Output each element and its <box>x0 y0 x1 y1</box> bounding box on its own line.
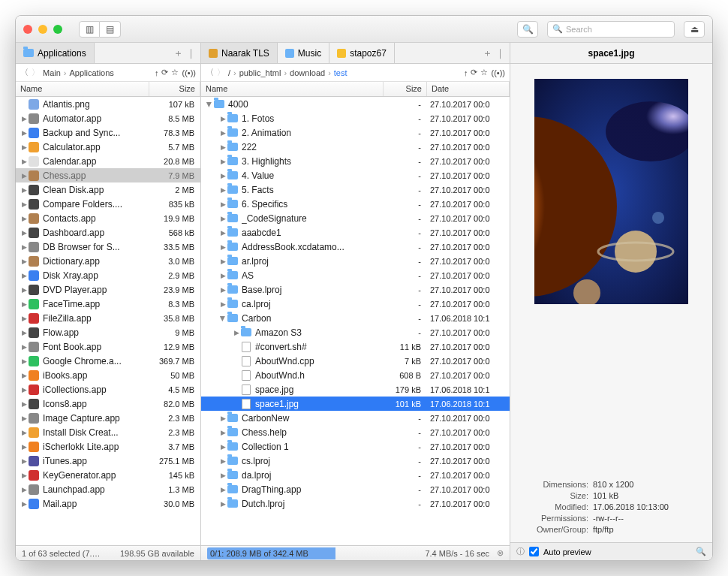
list-item[interactable]: ▶4000-27.10.2017 00:0 <box>201 97 510 111</box>
breadcrumb-public[interactable]: public_html <box>239 68 281 77</box>
list-item[interactable]: ▶Chess.help-27.10.2017 00:0 <box>201 425 510 439</box>
left-file-list[interactable]: Atlantis.png107 kB▶Automator.app8.5 MB▶B… <box>16 97 200 545</box>
list-item[interactable]: AboutWnd.h608 B27.10.2017 00:0 <box>201 368 510 382</box>
list-item[interactable]: ▶222-27.10.2017 00:0 <box>201 140 510 154</box>
expand-arrow[interactable]: ▶ <box>20 201 28 208</box>
list-item[interactable]: AboutWnd.cpp7 kB27.10.2017 00:0 <box>201 354 510 368</box>
breadcrumb-applications[interactable]: Applications <box>70 68 114 77</box>
star-icon[interactable]: ☆ <box>171 68 179 77</box>
nav-forward-button[interactable]: 〉 <box>32 67 40 78</box>
list-item[interactable]: ▶iCollections.app4.5 MB <box>16 382 200 397</box>
expand-arrow[interactable]: ▶ <box>219 186 227 194</box>
refresh-icon[interactable]: ⟳ <box>161 68 168 77</box>
list-item[interactable]: ▶4. Value-27.10.2017 00:0 <box>201 168 510 182</box>
list-item[interactable]: ▶AddressBook.xcdatamo...-27.10.2017 00:0 <box>201 240 510 254</box>
list-item[interactable]: ▶Install Disk Creat...2.3 MB <box>16 425 200 439</box>
expand-arrow[interactable]: ▶ <box>219 272 227 279</box>
list-item[interactable]: ▶Collection 1-27.10.2017 00:0 <box>201 439 510 454</box>
breadcrumb-main[interactable]: Main <box>43 68 61 77</box>
star-icon[interactable]: ☆ <box>480 68 488 77</box>
expand-arrow[interactable]: ▶ <box>20 500 28 508</box>
expand-arrow[interactable]: ▶ <box>219 243 227 251</box>
list-item[interactable]: ▶AS-27.10.2017 00:0 <box>201 268 510 282</box>
list-item[interactable]: ▶Backup and Sync...78.3 MB <box>16 125 200 140</box>
expand-arrow[interactable]: ▶ <box>20 158 28 165</box>
expand-arrow[interactable]: ▶ <box>20 229 28 237</box>
nav-back-button[interactable]: 〈 <box>206 67 214 78</box>
list-item[interactable]: ▶Carbon-17.06.2018 10:1 <box>201 311 510 325</box>
expand-arrow[interactable]: ▶ <box>219 115 227 122</box>
list-item[interactable]: ▶Mail.app30.0 MB <box>16 496 200 511</box>
list-item[interactable]: ▶Calendar.app20.8 MB <box>16 154 200 168</box>
list-item[interactable]: ▶FileZilla.app35.8 MB <box>16 311 200 325</box>
eject-button[interactable]: ⏏ <box>684 21 705 38</box>
list-item[interactable]: ▶iScherlokk Lite.app3.7 MB <box>16 439 200 454</box>
expand-arrow[interactable]: ▶ <box>20 143 28 151</box>
expand-arrow[interactable]: ▶ <box>20 329 28 336</box>
expand-arrow[interactable]: ▶ <box>219 300 227 308</box>
col-name[interactable]: Name <box>201 82 384 96</box>
tab-applications[interactable]: Applications <box>16 43 95 63</box>
expand-arrow[interactable]: ▶ <box>219 443 227 451</box>
search-icon[interactable]: 🔍 <box>696 547 706 556</box>
list-item[interactable]: ▶da.lproj-27.10.2017 00:0 <box>201 468 510 482</box>
info-icon[interactable]: ⓘ <box>516 546 525 557</box>
list-item[interactable]: ▶ar.lproj-27.10.2017 00:0 <box>201 254 510 268</box>
expand-arrow[interactable]: ▶ <box>219 486 227 493</box>
list-item[interactable]: ▶Launchpad.app1.3 MB <box>16 482 200 496</box>
list-item[interactable]: ▶5. Facts-27.10.2017 00:0 <box>201 182 510 197</box>
expand-arrow[interactable]: ▶ <box>20 258 28 265</box>
mid-file-list[interactable]: ▶4000-27.10.2017 00:0▶1. Fotos-27.10.201… <box>201 97 510 545</box>
list-item[interactable]: ▶Image Capture.app2.3 MB <box>16 411 200 425</box>
list-item[interactable]: ▶2. Animation-27.10.2017 00:0 <box>201 125 510 140</box>
list-item[interactable]: ▶Calculator.app5.7 MB <box>16 140 200 154</box>
expand-arrow[interactable]: ▶ <box>20 300 28 308</box>
list-item[interactable]: #convert.sh#11 kB27.10.2017 00:0 <box>201 339 510 354</box>
list-item[interactable]: ▶Contacts.app19.9 MB <box>16 211 200 225</box>
cancel-transfer-icon[interactable]: ⊗ <box>497 548 504 558</box>
list-item[interactable]: Atlantis.png107 kB <box>16 97 200 111</box>
list-item[interactable]: ▶iBooks.app50 MB <box>16 368 200 382</box>
expand-arrow[interactable]: ▶ <box>219 229 227 237</box>
expand-arrow[interactable]: ▶ <box>20 243 28 251</box>
auto-preview-checkbox[interactable] <box>529 547 539 556</box>
up-icon[interactable]: ↑ <box>464 68 468 77</box>
list-item[interactable]: ▶Dutch.lproj-27.10.2017 00:0 <box>201 496 510 511</box>
list-item[interactable]: ▶Icons8.app82.0 MB <box>16 397 200 411</box>
expand-arrow[interactable]: ▶ <box>219 415 227 422</box>
tab[interactable]: Naarak TLS <box>201 43 278 63</box>
expand-arrow[interactable]: ▶ <box>219 429 227 436</box>
list-item[interactable]: ▶1. Fotos-27.10.2017 00:0 <box>201 111 510 125</box>
expand-arrow[interactable]: ▶ <box>233 329 240 336</box>
list-item[interactable]: ▶Dashboard.app568 kB <box>16 225 200 240</box>
list-item[interactable]: ▶Base.lproj-27.10.2017 00:0 <box>201 282 510 297</box>
list-item[interactable]: ▶Clean Disk.app2 MB <box>16 182 200 197</box>
list-item[interactable]: ▶_CodeSignature-27.10.2017 00:0 <box>201 211 510 225</box>
view-mode-button[interactable]: ▤ <box>100 21 121 38</box>
expand-arrow[interactable]: ▶ <box>219 172 227 179</box>
expand-arrow[interactable]: ▶ <box>219 158 227 165</box>
expand-arrow[interactable]: ▶ <box>219 500 227 508</box>
col-size[interactable]: Size <box>149 82 200 96</box>
list-item[interactable]: ▶6. Specifics-27.10.2017 00:0 <box>201 197 510 211</box>
expand-arrow[interactable]: ▶ <box>20 386 28 394</box>
breadcrumb-test[interactable]: test <box>334 68 347 77</box>
list-item[interactable]: ▶Font Book.app12.9 MB <box>16 339 200 354</box>
expand-arrow[interactable]: ▶ <box>20 115 28 122</box>
minimize-button[interactable] <box>38 25 47 34</box>
expand-arrow[interactable]: ▶ <box>206 101 213 108</box>
up-icon[interactable]: ↑ <box>155 68 159 77</box>
maximize-button[interactable] <box>53 25 62 34</box>
expand-arrow[interactable]: ▶ <box>20 272 28 279</box>
expand-arrow[interactable]: ▶ <box>20 415 28 422</box>
list-item[interactable]: ▶cs.lproj-27.10.2017 00:0 <box>201 454 510 468</box>
list-item[interactable]: ▶Dictionary.app3.0 MB <box>16 254 200 268</box>
col-name[interactable]: Name <box>16 82 149 96</box>
expand-arrow[interactable]: ▶ <box>20 343 28 351</box>
expand-arrow[interactable]: ▶ <box>20 486 28 493</box>
expand-arrow[interactable]: ▶ <box>20 129 28 137</box>
list-item[interactable]: ▶Compare Folders....835 kB <box>16 197 200 211</box>
list-item[interactable]: ▶ca.lproj-27.10.2017 00:0 <box>201 297 510 311</box>
expand-arrow[interactable]: ▶ <box>20 400 28 408</box>
list-item[interactable]: space.jpg179 kB17.06.2018 10:1 <box>201 382 510 397</box>
